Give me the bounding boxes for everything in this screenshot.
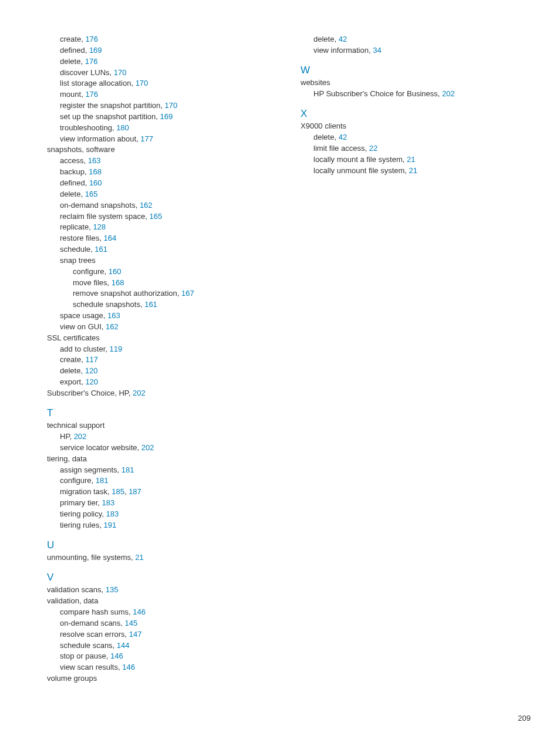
entry-label: compare hash sums, bbox=[60, 607, 131, 616]
entry-label: mount, bbox=[60, 90, 83, 99]
page-ref[interactable]: 144 bbox=[117, 641, 130, 650]
entry-label: view on GUI, bbox=[60, 322, 103, 331]
page-ref[interactable]: 181 bbox=[122, 465, 134, 474]
page-ref[interactable]: 162 bbox=[140, 201, 153, 210]
index-entry: remove snapshot authorization, 167 bbox=[47, 288, 277, 299]
page-ref[interactable]: 177 bbox=[140, 134, 153, 143]
page-ref[interactable]: 163 bbox=[88, 156, 101, 165]
right-column: delete, 42view information, 34WwebsitesH… bbox=[301, 34, 531, 684]
page-ref[interactable]: 117 bbox=[85, 355, 98, 364]
index-entry: view information, 34 bbox=[301, 45, 531, 56]
index-entry: on-demand snapshots, 162 bbox=[47, 200, 277, 211]
page-ref[interactable]: 145 bbox=[125, 619, 138, 627]
index-entry: snap trees bbox=[47, 255, 277, 266]
entry-label: tiering rules, bbox=[60, 521, 102, 529]
section-letter: V bbox=[47, 572, 277, 583]
page-ref[interactable]: 202 bbox=[133, 389, 146, 397]
entry-label: view scan results, bbox=[60, 663, 120, 671]
index-entry: configure, 181 bbox=[47, 475, 277, 487]
page-ref[interactable]: 128 bbox=[93, 222, 106, 231]
page-ref[interactable]: 176 bbox=[85, 35, 98, 43]
page-ref[interactable]: 21 bbox=[409, 166, 417, 175]
page-ref[interactable]: 160 bbox=[89, 178, 102, 187]
page-ref[interactable]: 34 bbox=[373, 46, 381, 55]
page-ref[interactable]: 180 bbox=[116, 123, 129, 132]
page-ref[interactable]: 161 bbox=[95, 245, 107, 254]
page-ref[interactable]: 176 bbox=[85, 90, 98, 99]
entry-label: configure, bbox=[73, 267, 106, 276]
page-ref[interactable]: 183 bbox=[102, 498, 115, 507]
index-entry: schedule, 161 bbox=[47, 244, 277, 255]
page-ref[interactable]: 21 bbox=[135, 553, 143, 562]
index-entry: delete, 176 bbox=[47, 56, 277, 67]
page-ref[interactable]: 185 bbox=[112, 487, 124, 496]
entry-label: HP, bbox=[60, 432, 72, 441]
index-entry: list storage allocation, 170 bbox=[47, 78, 277, 89]
page-ref[interactable]: 163 bbox=[107, 311, 120, 320]
page-ref[interactable]: 181 bbox=[96, 476, 109, 485]
index-entry: HP, 202 bbox=[47, 431, 277, 443]
page-ref[interactable]: 169 bbox=[89, 46, 102, 55]
page-ref[interactable]: 165 bbox=[85, 190, 98, 198]
page-ref[interactable]: 191 bbox=[103, 521, 116, 529]
page-ref[interactable]: 146 bbox=[133, 607, 146, 616]
section-letter: T bbox=[47, 407, 277, 419]
page-ref[interactable]: 120 bbox=[85, 366, 98, 375]
page-ref[interactable]: 162 bbox=[106, 322, 119, 331]
entry-label: view information, bbox=[313, 46, 371, 55]
entry-label: limit file access, bbox=[313, 144, 367, 153]
page-number: 209 bbox=[518, 714, 531, 723]
left-column: create, 176defined, 169delete, 176discov… bbox=[47, 34, 277, 684]
entry-label: set up the snapshot partition, bbox=[60, 112, 158, 121]
index-entry: add to cluster, 119 bbox=[47, 344, 277, 355]
page-ref[interactable]: 146 bbox=[110, 652, 123, 660]
page-ref[interactable]: 165 bbox=[149, 212, 162, 221]
page-ref[interactable]: 202 bbox=[74, 432, 87, 441]
page-ref[interactable]: 22 bbox=[369, 144, 377, 153]
index-entry: space usage, 163 bbox=[47, 310, 277, 322]
index-entry: move files, 168 bbox=[47, 278, 277, 289]
page-ref[interactable]: 161 bbox=[144, 300, 157, 309]
page-ref[interactable]: 135 bbox=[106, 585, 119, 594]
index-entry: view scan results, 146 bbox=[47, 662, 277, 673]
page-ref[interactable]: 119 bbox=[110, 345, 123, 353]
page-ref[interactable]: 202 bbox=[141, 443, 154, 452]
index-entry: schedule snapshots, 161 bbox=[47, 299, 277, 310]
entry-label: volume groups bbox=[47, 674, 97, 683]
page-ref[interactable]: 147 bbox=[129, 630, 142, 639]
entry-label: tiering policy, bbox=[60, 509, 104, 518]
page-ref[interactable]: 168 bbox=[89, 167, 102, 176]
page-ref[interactable]: 170 bbox=[136, 79, 149, 87]
entry-label: schedule scans, bbox=[60, 641, 114, 650]
page-ref[interactable]: 42 bbox=[339, 133, 347, 141]
index-entry: on-demand scans, 145 bbox=[47, 618, 277, 629]
index-entry: locally unmount file system, 21 bbox=[301, 166, 531, 177]
page-ref[interactable]: 170 bbox=[165, 101, 178, 110]
entry-label: register the snapshot partition, bbox=[60, 101, 163, 110]
index-entry: stop or pause, 146 bbox=[47, 651, 277, 662]
page-ref[interactable]: 187 bbox=[129, 487, 141, 496]
entry-label: discover LUNs, bbox=[60, 68, 112, 77]
page-ref[interactable]: 160 bbox=[109, 267, 122, 276]
page-ref[interactable]: 120 bbox=[85, 377, 98, 386]
page-ref[interactable]: 146 bbox=[122, 663, 135, 671]
page-ref[interactable]: 176 bbox=[85, 57, 98, 66]
index-entry: troubleshooting, 180 bbox=[47, 123, 277, 134]
page-ref[interactable]: 21 bbox=[407, 155, 415, 164]
index-page: create, 176defined, 169delete, 176discov… bbox=[0, 0, 560, 684]
page-ref[interactable]: 167 bbox=[181, 289, 194, 298]
section-letter: U bbox=[47, 539, 277, 551]
page-ref[interactable]: 164 bbox=[103, 234, 116, 242]
index-entry: defined, 160 bbox=[47, 178, 277, 189]
page-ref[interactable]: 202 bbox=[442, 89, 455, 98]
index-entry: tiering, data bbox=[47, 454, 277, 465]
entry-label: service locator website, bbox=[60, 443, 139, 452]
entry-label: reclaim file system space, bbox=[60, 212, 147, 221]
page-ref[interactable]: 169 bbox=[160, 112, 173, 121]
entry-label: stop or pause, bbox=[60, 652, 108, 660]
page-ref[interactable]: 170 bbox=[114, 68, 127, 77]
page-ref[interactable]: 183 bbox=[106, 509, 119, 518]
index-entry: set up the snapshot partition, 169 bbox=[47, 112, 277, 123]
page-ref[interactable]: 168 bbox=[112, 278, 124, 287]
page-ref[interactable]: 42 bbox=[339, 35, 347, 43]
